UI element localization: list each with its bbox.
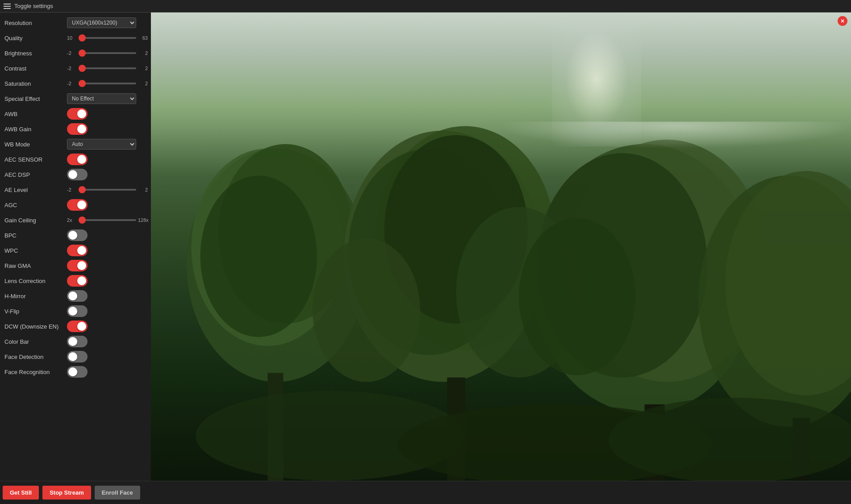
tree-svg xyxy=(151,83,851,481)
saturation-label: Saturation xyxy=(4,80,67,87)
lens-correction-toggle[interactable] xyxy=(67,275,88,287)
bpc-row: BPC xyxy=(3,229,148,242)
brightness-label: Brightness xyxy=(4,50,67,57)
agc-row: AGC xyxy=(3,198,148,212)
face-detection-row: Face Detection xyxy=(3,350,148,363)
brightness-min: -2 xyxy=(67,50,77,56)
get-still-button[interactable]: Get Still xyxy=(3,486,39,500)
quality-row: Quality 10 63 xyxy=(3,31,148,45)
h-mirror-toggle[interactable] xyxy=(67,290,88,302)
gain-ceiling-row: Gain Ceiling 2x 128x xyxy=(3,213,148,227)
face-detection-label: Face Detection xyxy=(4,354,67,360)
ae-level-max: 2 xyxy=(138,187,148,192)
gain-ceiling-max: 128x xyxy=(138,217,149,223)
camera-view: × xyxy=(151,12,851,481)
contrast-slider[interactable] xyxy=(79,67,136,69)
awb-label: AWB xyxy=(4,111,67,117)
brightness-row: Brightness -2 2 xyxy=(3,46,148,60)
gain-ceiling-label: Gain Ceiling xyxy=(4,217,67,224)
special-effect-label: Special Effect xyxy=(4,96,67,102)
svg-point-20 xyxy=(313,238,420,382)
color-bar-row: Color Bar xyxy=(3,335,148,348)
brightness-max: 2 xyxy=(138,50,148,56)
brightness-slider[interactable] xyxy=(79,52,136,54)
gain-ceiling-slider[interactable] xyxy=(79,219,136,221)
saturation-max: 2 xyxy=(138,81,148,86)
titlebar: Toggle settings xyxy=(0,0,851,12)
main-layout: Resolution UXGA(1600x1200) SXGA(1280x102… xyxy=(0,12,851,481)
svg-rect-23 xyxy=(151,122,851,212)
raw-gma-label: Raw GMA xyxy=(4,262,67,269)
wpc-row: WPC xyxy=(3,244,148,257)
quality-slider[interactable] xyxy=(79,37,136,39)
color-bar-toggle[interactable] xyxy=(67,336,88,347)
awb-toggle[interactable] xyxy=(67,108,88,120)
awb-gain-label: AWB Gain xyxy=(4,126,67,133)
v-flip-toggle[interactable] xyxy=(67,305,88,317)
v-flip-row: V-Flip xyxy=(3,304,148,318)
camera-background xyxy=(151,12,851,481)
agc-toggle[interactable] xyxy=(67,199,88,211)
face-detection-toggle[interactable] xyxy=(67,351,88,362)
special-effect-row: Special Effect No Effect Negative Graysc… xyxy=(3,92,148,105)
ae-level-row: AE Level -2 2 xyxy=(3,183,148,196)
ae-level-min: -2 xyxy=(67,187,77,192)
contrast-max: 2 xyxy=(138,66,148,71)
h-mirror-label: H-Mirror xyxy=(4,293,67,300)
raw-gma-toggle[interactable] xyxy=(67,260,88,271)
v-flip-label: V-Flip xyxy=(4,308,67,315)
awb-gain-row: AWB Gain xyxy=(3,122,148,136)
h-mirror-row: H-Mirror xyxy=(3,289,148,303)
dcw-row: DCW (Downsize EN) xyxy=(3,320,148,333)
awb-gain-toggle[interactable] xyxy=(67,123,88,135)
wb-mode-select[interactable]: Auto Sunny Cloudy Office Home xyxy=(67,139,136,150)
aec-dsp-label: AEC DSP xyxy=(4,171,67,178)
saturation-row: Saturation -2 2 xyxy=(3,77,148,90)
contrast-row: Contrast -2 2 xyxy=(3,62,148,75)
wpc-toggle[interactable] xyxy=(67,245,88,256)
enroll-face-button[interactable]: Enroll Face xyxy=(95,486,140,500)
resolution-row: Resolution UXGA(1600x1200) SXGA(1280x102… xyxy=(3,16,148,29)
bpc-toggle[interactable] xyxy=(67,229,88,241)
quality-label: Quality xyxy=(4,35,67,42)
lens-correction-label: Lens Correction xyxy=(4,278,67,284)
special-effect-select[interactable]: No Effect Negative Grayscale Red Tint Gr… xyxy=(67,93,136,104)
contrast-label: Contrast xyxy=(4,65,67,72)
lens-correction-row: Lens Correction xyxy=(3,274,148,287)
close-button[interactable]: × xyxy=(838,16,847,26)
awb-row: AWB xyxy=(3,107,148,121)
saturation-min: -2 xyxy=(67,81,77,86)
svg-point-22 xyxy=(519,218,635,375)
quality-max: 63 xyxy=(138,35,148,41)
wb-mode-row: WB Mode Auto Sunny Cloudy Office Home xyxy=(3,137,148,151)
resolution-label: Resolution xyxy=(4,20,67,26)
resolution-select[interactable]: UXGA(1600x1200) SXGA(1280x1024) XGA(1024… xyxy=(67,17,136,28)
aec-sensor-toggle[interactable] xyxy=(67,154,88,165)
dcw-label: DCW (Downsize EN) xyxy=(4,323,67,330)
gain-ceiling-min: 2x xyxy=(67,217,77,223)
face-recognition-row: Face Recognition xyxy=(3,365,148,379)
agc-label: AGC xyxy=(4,202,67,208)
settings-sidebar: Resolution UXGA(1600x1200) SXGA(1280x102… xyxy=(0,12,151,481)
saturation-slider[interactable] xyxy=(79,83,136,84)
title-text: Toggle settings xyxy=(14,3,53,9)
raw-gma-row: Raw GMA xyxy=(3,259,148,272)
aec-sensor-label: AEC SENSOR xyxy=(4,156,67,163)
face-recognition-label: Face Recognition xyxy=(4,369,67,375)
button-row: Get Still Stop Stream Enroll Face xyxy=(0,481,851,504)
contrast-min: -2 xyxy=(67,66,77,71)
aec-dsp-toggle[interactable] xyxy=(67,169,88,180)
aec-sensor-row: AEC SENSOR xyxy=(3,153,148,166)
hamburger-icon[interactable] xyxy=(4,4,11,9)
face-recognition-toggle[interactable] xyxy=(67,366,88,378)
quality-min: 10 xyxy=(67,35,77,41)
dcw-toggle[interactable] xyxy=(67,321,88,332)
ae-level-label: AE Level xyxy=(4,187,67,193)
ae-level-slider[interactable] xyxy=(79,189,136,191)
wpc-label: WPC xyxy=(4,247,67,254)
bpc-label: BPC xyxy=(4,232,67,239)
wb-mode-label: WB Mode xyxy=(4,141,67,148)
aec-dsp-row: AEC DSP xyxy=(3,168,148,181)
color-bar-label: Color Bar xyxy=(4,338,67,345)
stop-stream-button[interactable]: Stop Stream xyxy=(42,486,91,500)
